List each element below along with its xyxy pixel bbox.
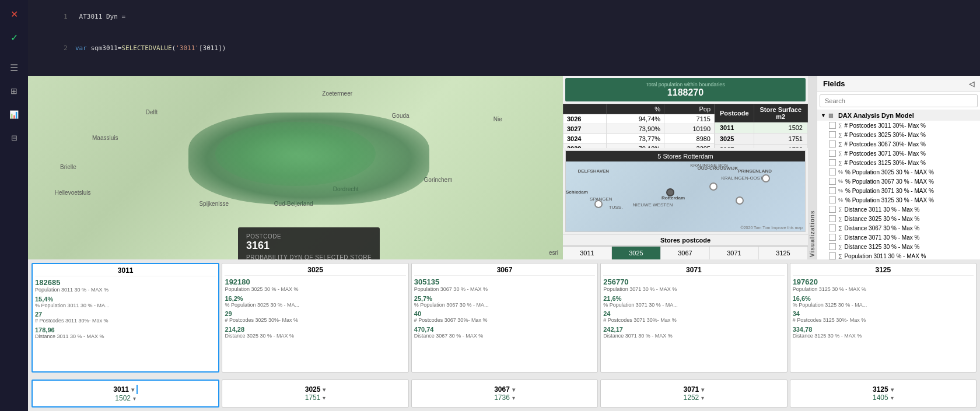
- bottom-card-3067: 3067 305135 Population 3067 30 % - MAX %…: [411, 263, 598, 373]
- pc-row-count: 34 # Postcodes 3125 30%- Max %: [793, 310, 974, 324]
- fields-header: Fields ◁: [817, 76, 980, 92]
- store-tab-3125[interactable]: 3125: [759, 247, 808, 259]
- field-item[interactable]: % % Population 3025 30 % - MAX %: [817, 167, 980, 177]
- field-item[interactable]: ∑ Distance 3067 30 % - Max %: [817, 223, 980, 233]
- field-checkbox[interactable]: [829, 215, 836, 222]
- store-tab-3025[interactable]: 3025: [612, 247, 661, 259]
- field-label: # Postcodes 3025 30%- Max %: [844, 132, 926, 138]
- row-pop: 7115: [664, 114, 715, 124]
- pc-header: 3011: [35, 266, 216, 276]
- pc-selector-3071[interactable]: 3071 ▾ 1252 ▾: [600, 380, 787, 408]
- postcode-surface-row: 30671736: [715, 145, 808, 149]
- visualizations-label: Visualizations: [808, 76, 817, 259]
- field-checkbox[interactable]: [829, 131, 836, 138]
- tooltip-postcode-label: POSTCODE: [246, 233, 372, 240]
- field-item[interactable]: ∑ Distance 3071 30 % - Max %: [817, 233, 980, 242]
- layers-icon[interactable]: ⊟: [4, 127, 24, 148]
- store-dot-4: [762, 174, 770, 182]
- store-tab-3011[interactable]: 3011: [563, 247, 612, 259]
- field-type-icon: ∑: [838, 150, 842, 156]
- check-button[interactable]: ✓: [4, 27, 24, 48]
- field-item[interactable]: % % Population 3125 30 % - MAX %: [817, 195, 980, 205]
- bottom-section: 3011 182685 Population 3011 30 % - MAX %…: [28, 259, 980, 411]
- bottom-card-3071: 3071 256770 Population 3071 30 % - MAX %…: [600, 263, 787, 373]
- pc-selector-3125[interactable]: 3125 ▾ 1405 ▾: [790, 380, 977, 408]
- field-label: Distance 3067 30 % - Max %: [844, 225, 919, 231]
- data-table-row: 302694,74%7115: [564, 114, 715, 124]
- chevron-down-icon: ▾: [891, 387, 894, 393]
- field-label: Distance 3071 30 % - Max %: [844, 234, 919, 241]
- pc-row-dist: 470,74 Distance 3067 30 % - MAX %: [414, 326, 595, 340]
- field-checkbox[interactable]: [829, 196, 836, 203]
- stores-tabs: 30113025306730713125: [563, 246, 808, 259]
- field-label: Population 3011 30 % - MAX %: [844, 253, 926, 259]
- chevron-down-icon-2: ▾: [512, 395, 515, 401]
- field-label: % Population 3025 30 % - MAX %: [845, 169, 934, 175]
- formula-line-1: 1 AT3011 Dyn =: [33, 1, 975, 33]
- field-checkbox[interactable]: [829, 224, 836, 231]
- formula-line-2: 2var sqm3011=SELECTEDVALUE('3011'[3011]): [33, 33, 975, 64]
- pc-row-bignum: 192180 Population 3025 30 % - MAX %: [225, 277, 405, 293]
- field-item[interactable]: ∑ Population 3011 30 % - MAX %: [817, 251, 980, 259]
- map-label-zoetermeer: Zoetermeer: [322, 90, 352, 97]
- pc-selector-3025[interactable]: 3025 ▾ 1751 ▾: [222, 380, 408, 408]
- row-pct: 94,74%: [606, 114, 664, 124]
- pc-row-count: 27 # Postcodes 3011 30%- Max %: [35, 311, 216, 325]
- tooltip-prob-label: PROBABILITY DYN OF SELECTED STORE: [246, 254, 372, 259]
- field-group-dax-analysis-dyn-model: ▼ ▦DAX Analysis Dyn Model ∑ # Postcodes …: [817, 110, 980, 259]
- menu-icon[interactable]: ☰: [4, 57, 24, 78]
- tooltip-postcode-value: 3161: [246, 240, 372, 252]
- grid-icon[interactable]: ⊞: [4, 80, 24, 101]
- fields-title: Fields: [823, 79, 845, 88]
- field-checkbox[interactable]: [829, 234, 836, 241]
- field-group-header[interactable]: ▼ ▦DAX Analysis Dyn Model: [817, 110, 980, 121]
- field-item[interactable]: % % Population 3071 30 % - MAX %: [817, 186, 980, 195]
- bottom-card-3011: 3011 182685 Population 3011 30 % - MAX %…: [32, 263, 219, 373]
- collapse-button[interactable]: ◁: [969, 80, 974, 88]
- field-checkbox[interactable]: [829, 140, 836, 147]
- field-label: # Postcodes 3125 30%- Max %: [844, 160, 926, 166]
- field-checkbox[interactable]: [829, 159, 836, 166]
- pc-selector-3011[interactable]: 3011 ▾ 1502 ▾: [32, 380, 219, 408]
- store-dot-selected: [666, 188, 674, 196]
- field-checkbox[interactable]: [829, 150, 836, 157]
- field-checkbox[interactable]: [829, 187, 836, 194]
- chart-icon[interactable]: 📊: [4, 104, 24, 125]
- map-area[interactable]: Zoetermeer Delft Gouda Maassluis Brielle…: [28, 76, 563, 259]
- field-checkbox[interactable]: [829, 122, 836, 129]
- map-label-brielle: Brielle: [60, 164, 76, 170]
- field-label: # Postcodes 3071 30%- Max %: [844, 150, 926, 157]
- left-sidebar: ✕ ✓ ☰ ⊞ 📊 ⊟: [0, 0, 28, 411]
- field-item[interactable]: ∑ # Postcodes 3125 30%- Max %: [817, 158, 980, 167]
- field-item[interactable]: ∑ # Postcodes 3071 30%- Max %: [817, 149, 980, 158]
- pc-row-dist: 242,17 Distance 3071 30 % - MAX %: [603, 326, 784, 340]
- bottom-card-3025: 3025 192180 Population 3025 30 % - MAX %…: [222, 263, 408, 373]
- field-checkbox[interactable]: [829, 178, 836, 185]
- pc-selector-3067[interactable]: 3067 ▾ 1736 ▾: [411, 380, 598, 408]
- field-checkbox[interactable]: [829, 243, 836, 250]
- store-tab-3067[interactable]: 3067: [661, 247, 710, 259]
- stores-postcode: Stores postcode 30113025306730713125: [563, 234, 808, 259]
- formula-bar[interactable]: 1 AT3011 Dyn = 2var sqm3011=SELECTEDVALU…: [28, 0, 980, 76]
- field-checkbox[interactable]: [829, 168, 836, 175]
- field-item[interactable]: ∑ Distance 3011 30 % - Max %: [817, 205, 980, 214]
- search-input[interactable]: [820, 94, 978, 107]
- field-item[interactable]: % % Population 3067 30 % - MAX %: [817, 177, 980, 186]
- field-item[interactable]: ∑ Distance 3125 30 % - Max %: [817, 242, 980, 251]
- field-item[interactable]: ∑ # Postcodes 3067 30%- Max %: [817, 139, 980, 149]
- field-item[interactable]: ∑ # Postcodes 3011 30%- Max %: [817, 121, 980, 130]
- field-checkbox[interactable]: [829, 206, 836, 213]
- group-name-label: DAX Analysis Dyn Model: [838, 112, 914, 119]
- field-type-icon: %: [838, 169, 843, 175]
- close-button[interactable]: ✕: [4, 3, 24, 24]
- main-area: 1 AT3011 Dyn = 2var sqm3011=SELECTEDVALU…: [28, 0, 980, 411]
- col-header-pct: %: [606, 104, 664, 114]
- map-label-hellevoetsluis: Hellevoetsluis: [55, 189, 91, 196]
- field-checkbox[interactable]: [829, 252, 836, 259]
- ps-postcode: 3011: [715, 122, 754, 134]
- formula-line-3: 3VAR distsq=POWER(MIN('Postcodes Areas D…: [33, 64, 975, 76]
- field-item[interactable]: ∑ # Postcodes 3025 30%- Max %: [817, 130, 980, 139]
- store-tab-3071[interactable]: 3071: [710, 247, 759, 259]
- field-item[interactable]: ∑ Distance 3025 30 % - Max %: [817, 214, 980, 223]
- pc-row-count: 40 # Postcodes 3067 30%- Max %: [414, 310, 595, 324]
